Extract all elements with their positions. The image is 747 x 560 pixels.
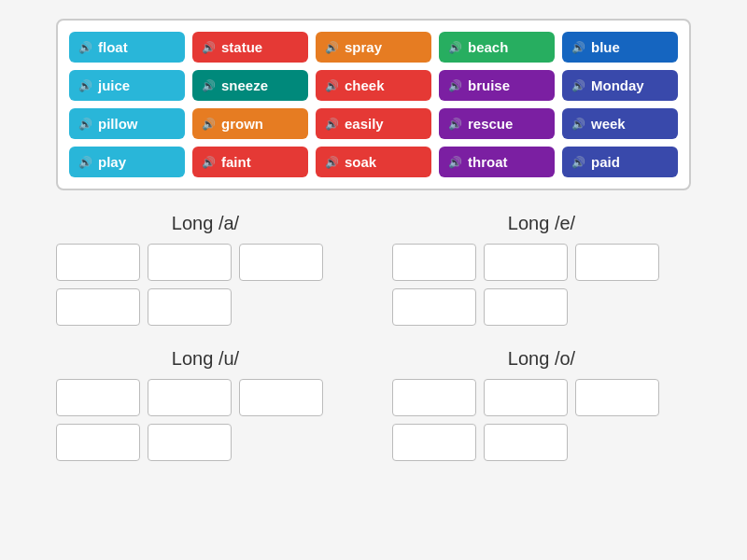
sort-group-title-long-o: Long /o/ [392, 348, 691, 370]
word-label: grown [221, 116, 263, 132]
sort-group-title-long-e: Long /e/ [392, 213, 691, 234]
word-tile-easily[interactable]: 🔊easily [316, 108, 431, 139]
word-tile-throat[interactable]: 🔊throat [439, 147, 555, 177]
speaker-icon: 🔊 [78, 79, 92, 92]
drop-box-long-o-0-1[interactable] [484, 379, 568, 416]
word-tile-juice[interactable]: 🔊juice [69, 70, 185, 101]
word-tile-cheek[interactable]: 🔊cheek [316, 70, 431, 101]
word-tile-rescue[interactable]: 🔊rescue [439, 108, 555, 139]
word-label: float [98, 39, 128, 55]
speaker-icon: 🔊 [448, 118, 462, 131]
drop-box-long-o-1-1[interactable] [484, 424, 568, 461]
drop-row-long-o-0 [392, 379, 691, 416]
sort-group-long-a: Long /a/ [56, 213, 355, 333]
speaker-icon: 🔊 [202, 156, 216, 169]
word-label: sneeze [221, 77, 268, 93]
word-label: rescue [468, 116, 513, 132]
drop-box-long-a-0-0[interactable] [56, 244, 140, 281]
drop-box-long-e-1-1[interactable] [484, 288, 568, 326]
word-tile-statue[interactable]: 🔊statue [192, 32, 308, 63]
sort-group-long-e: Long /e/ [392, 213, 691, 333]
speaker-icon: 🔊 [448, 79, 462, 92]
drop-box-long-u-1-0[interactable] [56, 424, 140, 461]
drop-box-long-u-1-1[interactable] [148, 424, 232, 461]
drop-box-long-o-0-2[interactable] [575, 379, 659, 416]
word-tile-faint[interactable]: 🔊faint [192, 147, 308, 177]
sort-section-bottom: Long /u/Long /o/ [56, 348, 691, 469]
word-tile-bruise[interactable]: 🔊bruise [439, 70, 555, 101]
word-label: play [98, 154, 126, 170]
drop-box-long-a-1-0[interactable] [56, 288, 140, 326]
word-label: faint [221, 154, 251, 170]
drop-box-long-o-1-0[interactable] [392, 424, 476, 461]
drop-row-long-a-1 [56, 288, 355, 326]
speaker-icon: 🔊 [325, 41, 339, 54]
word-label: bruise [468, 77, 510, 93]
word-tile-play[interactable]: 🔊play [69, 147, 185, 177]
speaker-icon: 🔊 [448, 41, 462, 54]
speaker-icon: 🔊 [448, 156, 462, 169]
speaker-icon: 🔊 [78, 156, 92, 169]
word-tile-spray[interactable]: 🔊spray [316, 32, 431, 63]
drop-box-long-e-0-0[interactable] [392, 244, 476, 281]
word-tile-blue[interactable]: 🔊blue [562, 32, 678, 63]
speaker-icon: 🔊 [571, 118, 585, 131]
drop-box-long-o-0-0[interactable] [392, 379, 476, 416]
word-label: throat [468, 154, 508, 170]
drop-row-long-e-0 [392, 244, 691, 281]
sort-group-title-long-u: Long /u/ [56, 348, 355, 370]
word-tile-Monday[interactable]: 🔊Monday [562, 70, 678, 101]
speaker-icon: 🔊 [571, 156, 585, 169]
word-label: Monday [591, 77, 644, 93]
speaker-icon: 🔊 [325, 79, 339, 92]
sort-group-long-o: Long /o/ [392, 348, 691, 469]
word-label: statue [221, 39, 262, 55]
speaker-icon: 🔊 [202, 41, 216, 54]
word-tile-soak[interactable]: 🔊soak [316, 147, 431, 177]
word-bank: 🔊float🔊statue🔊spray🔊beach🔊blue🔊juice🔊sne… [56, 19, 691, 190]
word-label: spray [345, 39, 382, 55]
word-label: blue [591, 39, 620, 55]
drop-box-long-e-0-1[interactable] [484, 244, 568, 281]
word-label: paid [591, 154, 620, 170]
word-label: pillow [98, 116, 138, 132]
word-label: beach [468, 39, 508, 55]
word-tile-week[interactable]: 🔊week [562, 108, 678, 139]
drop-row-long-a-0 [56, 244, 355, 281]
word-label: easily [345, 116, 384, 132]
speaker-icon: 🔊 [78, 118, 92, 131]
drop-row-long-o-1 [392, 424, 691, 461]
drop-box-long-a-0-2[interactable] [239, 244, 323, 281]
speaker-icon: 🔊 [325, 156, 339, 169]
word-label: cheek [345, 77, 385, 93]
drop-box-long-u-0-1[interactable] [148, 379, 232, 416]
word-tile-grown[interactable]: 🔊grown [192, 108, 308, 139]
sort-group-title-long-a: Long /a/ [56, 213, 355, 234]
word-tile-pillow[interactable]: 🔊pillow [69, 108, 185, 139]
drop-box-long-e-1-0[interactable] [392, 288, 476, 326]
drop-box-long-a-0-1[interactable] [148, 244, 232, 281]
drop-box-long-e-0-2[interactable] [575, 244, 659, 281]
speaker-icon: 🔊 [202, 79, 216, 92]
sort-section-top: Long /a/Long /e/ [56, 213, 691, 333]
word-label: juice [98, 77, 130, 93]
word-tile-sneeze[interactable]: 🔊sneeze [192, 70, 308, 101]
speaker-icon: 🔊 [202, 118, 216, 131]
word-tile-paid[interactable]: 🔊paid [562, 147, 678, 177]
drop-box-long-u-0-2[interactable] [239, 379, 323, 416]
speaker-icon: 🔊 [571, 79, 585, 92]
drop-row-long-e-1 [392, 288, 691, 326]
drop-box-long-u-0-0[interactable] [56, 379, 140, 416]
word-tile-beach[interactable]: 🔊beach [439, 32, 555, 63]
drop-row-long-u-1 [56, 424, 355, 461]
speaker-icon: 🔊 [325, 118, 339, 131]
speaker-icon: 🔊 [571, 41, 585, 54]
drop-box-long-a-1-1[interactable] [148, 288, 232, 326]
sort-group-long-u: Long /u/ [56, 348, 355, 469]
speaker-icon: 🔊 [78, 41, 92, 54]
word-label: soak [345, 154, 376, 170]
word-label: week [591, 116, 626, 132]
drop-row-long-u-0 [56, 379, 355, 416]
word-tile-float[interactable]: 🔊float [69, 32, 185, 63]
